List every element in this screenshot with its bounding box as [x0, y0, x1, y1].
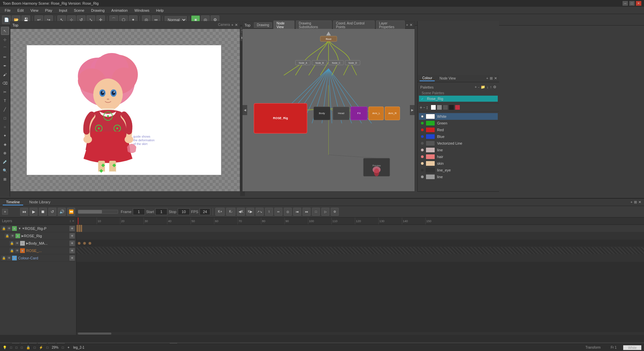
- palette-folder-btn[interactable]: 📁: [481, 85, 485, 89]
- tool-brush[interactable]: ✏: [1, 53, 9, 61]
- layer-lock-1[interactable]: 🔒: [1, 226, 6, 231]
- play-btn[interactable]: ▶: [30, 208, 38, 216]
- tool-ellipse[interactable]: ○: [1, 123, 9, 131]
- color-list-move-btn[interactable]: ↕: [426, 105, 428, 110]
- node-content[interactable]: Root Node_A Node_B Node_C Node_D ROSE_Ri…: [243, 29, 415, 191]
- color-row-red[interactable]: Red: [419, 127, 498, 133]
- node-nav-right[interactable]: ▶: [410, 105, 415, 115]
- layer-add-btn-5[interactable]: +: [69, 255, 75, 261]
- menu-windows[interactable]: Windows: [131, 8, 153, 13]
- palette-item-rose-rig[interactable]: ✓ Rose_Rig: [419, 96, 498, 102]
- color-row-line2[interactable]: line: [419, 173, 498, 180]
- timeline-expand-btn[interactable]: ⊞: [634, 200, 637, 204]
- tab-timeline[interactable]: Timeline: [3, 199, 23, 205]
- velocity-btn[interactable]: ⌇: [265, 208, 273, 216]
- node-close-btn[interactable]: ✕: [410, 23, 413, 27]
- frame-input[interactable]: 1: [133, 208, 145, 215]
- close-button[interactable]: ✕: [636, 1, 641, 6]
- minimize-button[interactable]: ─: [623, 1, 628, 6]
- tool-pivot[interactable]: ⊕: [1, 149, 9, 157]
- next-keyframe-btn[interactable]: K▶: [246, 208, 254, 216]
- remove-keyframe-btn[interactable]: K-: [226, 208, 235, 216]
- loop-btn[interactable]: ↺: [48, 208, 56, 216]
- add-keyframe-btn[interactable]: K+: [215, 208, 225, 216]
- frame-row-body-ma[interactable]: [76, 240, 644, 247]
- camera-add-btn[interactable]: +: [231, 23, 233, 27]
- layer-lock-5[interactable]: 🔒: [1, 256, 6, 260]
- layer-row-rose-effect[interactable]: 🔒 👁 ■ ROSE_... +: [0, 247, 76, 254]
- tool-paint[interactable]: 🖌: [1, 70, 9, 79]
- layer-vis-2[interactable]: 👁: [10, 234, 15, 238]
- layer-col-5[interactable]: ■: [12, 256, 17, 260]
- menu-animation[interactable]: Animation: [108, 8, 131, 13]
- rewind-to-start-btn[interactable]: ⏮: [20, 208, 28, 216]
- palette-add-btn[interactable]: +: [475, 85, 477, 89]
- layer-vis-5[interactable]: 👁: [7, 256, 11, 260]
- swatch-red[interactable]: [455, 105, 460, 110]
- layer-vis-1[interactable]: 👁: [7, 226, 11, 231]
- scene-settings-btn[interactable]: ⚙: [331, 208, 339, 216]
- tool-grid[interactable]: ⊞: [1, 175, 9, 183]
- palette-up-btn[interactable]: ↑: [490, 85, 492, 89]
- tab-drawing-subs[interactable]: Drawing Substitutions: [296, 20, 332, 30]
- camera-close-btn[interactable]: ✕: [235, 23, 238, 27]
- tool-transform[interactable]: ⊹: [1, 36, 9, 44]
- preroll-btn[interactable]: ⏪: [67, 208, 75, 216]
- expand-body-ma[interactable]: ▶: [26, 242, 29, 245]
- layer-col-4[interactable]: ■: [20, 248, 25, 253]
- stop-input[interactable]: 10: [178, 208, 190, 215]
- tool-eyedropper[interactable]: 💉: [1, 158, 9, 166]
- layer-col-1[interactable]: ■: [12, 226, 17, 231]
- layer-add-btn-2[interactable]: +: [69, 233, 75, 239]
- color-row-vecline[interactable]: Vectorized Line: [419, 140, 498, 147]
- flip-btn[interactable]: ⇔: [274, 208, 282, 216]
- tab-coord[interactable]: Coord. And Control Points: [333, 20, 375, 30]
- layer-row-rose-rig-p[interactable]: 🔒 👁 ■ ▼ ▼ ROSE_Rig-P +: [0, 225, 76, 232]
- layer-row-rose-rig[interactable]: 🔒 👁 ■ ▶ ROSE_Rig +: [0, 232, 76, 240]
- tab-layer-props[interactable]: Layer Properties: [376, 20, 405, 30]
- audio-btn[interactable]: 🔊: [58, 208, 66, 216]
- layer-col-2[interactable]: ■: [15, 234, 20, 238]
- node-nav-left[interactable]: ◀: [243, 105, 247, 115]
- color-add-btn[interactable]: +: [486, 76, 488, 81]
- preview-btn[interactable]: ▷: [321, 208, 329, 216]
- color-row-white[interactable]: White: [419, 113, 498, 120]
- swatch-white[interactable]: [431, 105, 436, 110]
- prev-keyframe-btn[interactable]: ◀K: [237, 208, 245, 216]
- tool-bone[interactable]: ✦: [1, 132, 9, 140]
- timeline-close-btn[interactable]: ✕: [638, 200, 641, 204]
- onion-skin-btn[interactable]: ◎: [284, 208, 292, 216]
- color-row-line[interactable]: line: [419, 147, 498, 153]
- render-btn[interactable]: □: [312, 208, 320, 216]
- onion-prev-btn[interactable]: ⏮: [293, 208, 301, 216]
- node-expand-btn[interactable]: +: [406, 23, 408, 27]
- tool-pencil[interactable]: ✒: [1, 62, 9, 70]
- swatch-dark[interactable]: [443, 105, 448, 110]
- palette-down-btn[interactable]: ↓: [487, 85, 489, 89]
- frame-row-rose-rig[interactable]: [76, 232, 644, 240]
- color-close-btn[interactable]: ✕: [494, 76, 497, 81]
- tool-rect[interactable]: □: [1, 114, 9, 122]
- tab-node-library[interactable]: Node Library: [26, 199, 54, 205]
- frame-row-rose-rig-p[interactable]: [76, 225, 644, 232]
- tool-line[interactable]: ╱: [1, 105, 9, 113]
- tab-drawing[interactable]: Drawing: [254, 22, 272, 28]
- color-list-add-btn[interactable]: +: [420, 105, 422, 110]
- timeline-add-btn[interactable]: +: [631, 200, 633, 204]
- start-input[interactable]: 1: [155, 208, 167, 215]
- menu-input[interactable]: Input: [56, 8, 70, 13]
- ease-btn[interactable]: ↗↘: [256, 208, 264, 216]
- color-row-blue[interactable]: Blue: [419, 133, 498, 140]
- layer-add-btn-4[interactable]: +: [69, 248, 75, 253]
- menu-edit[interactable]: Edit: [14, 8, 27, 13]
- layer-sort-btn[interactable]: ↕: [69, 219, 71, 223]
- layer-col-3[interactable]: ■: [20, 241, 25, 246]
- frame-row-rose-effect[interactable]: [76, 247, 644, 254]
- color-row-hair[interactable]: hair: [419, 153, 498, 160]
- swatch-gray[interactable]: [437, 105, 442, 110]
- toolbar-new[interactable]: 📄: [2, 15, 11, 24]
- tab-node-view-2[interactable]: Node View: [437, 76, 458, 81]
- maximize-button[interactable]: □: [629, 1, 635, 6]
- color-expand-btn[interactable]: ⊞: [490, 76, 493, 81]
- layer-collapse-btn[interactable]: ≡: [2, 209, 8, 215]
